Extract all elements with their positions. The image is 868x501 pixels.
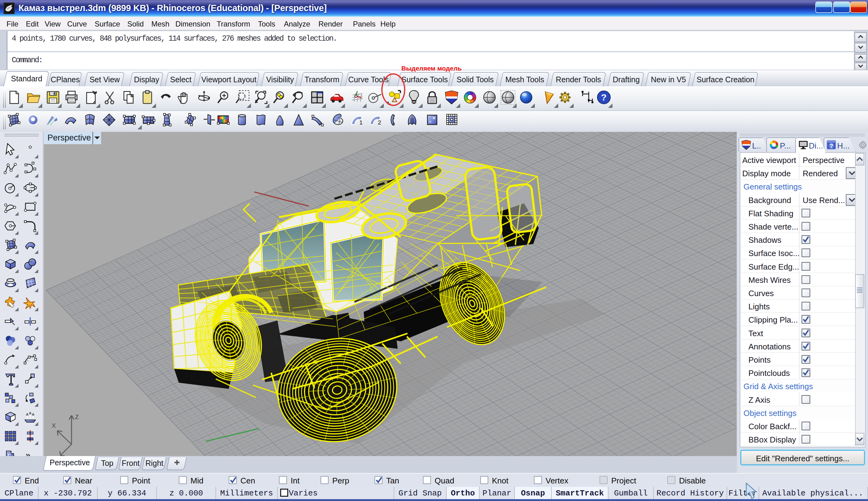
svg-text:1: 1: [359, 119, 363, 126]
svg-text:?: ?: [829, 143, 833, 149]
svg-text:z: z: [75, 412, 79, 421]
svg-text:x: x: [52, 420, 56, 429]
svg-text:2: 2: [378, 119, 381, 126]
